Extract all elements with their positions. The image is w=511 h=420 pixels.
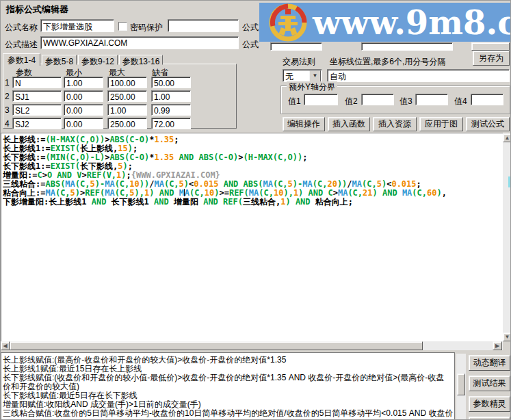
- param-cell-input[interactable]: 1.00: [107, 104, 147, 116]
- code-token: (H-MAX(C,O)): [243, 153, 302, 162]
- code-token: 下影增量阳:长上影线1: [3, 198, 86, 207]
- translation-line: 长上影线赋值:(最高价-收盘价和开盘价的较大值)>收盘价-开盘价的绝对值*1.3…: [3, 356, 454, 365]
- y-axis-legend: 额外Y轴分界: [287, 81, 337, 93]
- param-cell-input[interactable]: SL2: [12, 104, 62, 116]
- action-button-1[interactable]: 插入函数: [328, 117, 370, 131]
- tab-参数13-16[interactable]: 参数13-16: [119, 55, 163, 65]
- clipped-label-row1: 公式: [242, 22, 259, 34]
- code-token: MA: [352, 180, 362, 189]
- formula-desc-input[interactable]: WWW.GPXIAZAI.COM: [40, 36, 239, 49]
- code-token: EXIST(: [51, 162, 80, 171]
- translation-vscrollbar[interactable]: [456, 354, 466, 419]
- code-token: 5: [129, 189, 134, 198]
- code-token: MA: [402, 189, 412, 198]
- param-cell-input[interactable]: 72.00: [151, 118, 191, 129]
- formula-name-input[interactable]: 下影增量选股: [40, 19, 114, 32]
- editor-vscrollbar[interactable]: ▲ ▼: [503, 133, 511, 341]
- code-token: 10: [205, 189, 214, 198]
- code-token: (C,: [115, 189, 130, 198]
- password-checkbox[interactable]: [118, 22, 127, 31]
- translation-line: 三线粘合赋值:收盘价的5日简单移动平均-收盘价的10日简单移动平均的绝对值/收盘…: [3, 409, 454, 418]
- code-token: >: [42, 171, 47, 180]
- code-token: )): [140, 180, 149, 189]
- coord-line-input[interactable]: 自动: [327, 69, 510, 82]
- tab-参数5-8[interactable]: 参数5-8: [42, 55, 77, 65]
- formula-name-label: 公式名称: [5, 22, 38, 34]
- action-button-3[interactable]: 应用于图: [419, 117, 463, 131]
- code-token: )-: [95, 180, 105, 189]
- code-token: 10: [274, 189, 283, 198]
- code-token: 10: [129, 180, 139, 189]
- 9m8-logo-icon: [269, 3, 307, 42]
- code-token: 三线粘合:=: [3, 180, 45, 189]
- side-button-0[interactable]: 动态翻译: [469, 355, 510, 371]
- editor-hscrollbar[interactable]: ◀ ▶: [1, 341, 503, 350]
- param-cell-input[interactable]: SJ1: [12, 90, 62, 102]
- action-button-4[interactable]: 测试公式: [466, 117, 510, 131]
- save-as-button[interactable]: 另存为: [473, 51, 510, 66]
- formula-code-editor[interactable]: 长上影线:=(H-MAX(C,O))>ABS(C-O)*1.35;长上影线1:=…: [1, 133, 503, 341]
- hidden-field-fragment-1[interactable]: [270, 42, 322, 51]
- formula-editor-window: 指标公式编辑器 公式名称 下影增量选股 密码保护 公式 公式描述 WWW.GPX…: [0, 0, 511, 420]
- param-cell-input[interactable]: 1.00: [151, 90, 191, 102]
- param-cell-input[interactable]: 1.00: [64, 77, 103, 88]
- code-token: AND: [218, 180, 243, 189]
- scroll-up-icon[interactable]: ▲: [503, 133, 511, 142]
- trade-rule-value: 无: [285, 72, 293, 81]
- hscroll-thumb[interactable]: [10, 341, 423, 350]
- code-token: (C,: [55, 189, 70, 198]
- code-token: AND: [86, 198, 111, 207]
- code-token: 1.35: [154, 135, 174, 144]
- param-cell-input[interactable]: SJ2: [12, 118, 62, 129]
- scroll-left-icon[interactable]: ◀: [1, 341, 10, 350]
- code-token: ABS(: [244, 180, 263, 189]
- param-cell-input[interactable]: 0.00: [64, 118, 103, 129]
- action-button-2[interactable]: 插入资源: [373, 117, 417, 131]
- hidden-button-fragment[interactable]: [471, 42, 510, 51]
- code-lines: 长上影线:=(H-MAX(C,O))>ABS(C-O)*1.35;长上影线1:=…: [1, 133, 503, 207]
- trade-rule-dropdown[interactable]: 无 ▼: [283, 69, 322, 82]
- password-label: 密码保护: [130, 22, 163, 34]
- param-row-number: 3: [5, 105, 10, 115]
- code-token: ): [121, 171, 126, 180]
- side-button-3[interactable]: 用法注释: [469, 417, 510, 420]
- code-token: ABS(: [45, 180, 65, 189]
- action-button-0[interactable]: 编辑操作: [283, 117, 325, 131]
- y-axis-value-input[interactable]: [361, 94, 394, 105]
- param-cell-input[interactable]: 0.99: [151, 104, 191, 116]
- y-axis-value-input[interactable]: [304, 94, 338, 105]
- translation-line: 长下影线1赋值:最近5日存在长下影线: [3, 391, 454, 400]
- y-axis-value-input[interactable]: [415, 94, 448, 105]
- code-line: 粘合向上:=MA(C,5)>REF(MA(C,5),1) AND MA(C,10…: [3, 189, 503, 198]
- tab-参数1-4[interactable]: 参数1-4: [3, 53, 40, 66]
- param-cell-input[interactable]: N: [12, 77, 62, 88]
- side-button-1[interactable]: 测试结果: [469, 376, 510, 391]
- param-cell-input[interactable]: 0.00: [64, 104, 103, 116]
- hidden-field-fragment-2[interactable]: [361, 42, 453, 51]
- code-token: >: [333, 189, 338, 198]
- param-cell-input[interactable]: 250.00: [107, 90, 147, 102]
- code-token: ): [373, 189, 378, 198]
- code-token: ;: [127, 171, 131, 180]
- code-token: MA: [105, 180, 114, 189]
- param-cell-input[interactable]: 0.00: [64, 90, 103, 102]
- translation-scroll-thumb[interactable]: [457, 373, 465, 395]
- y-axis-value-input[interactable]: [471, 94, 503, 105]
- password-input[interactable]: [168, 19, 239, 32]
- watermark-text: www.9m8.cn: [313, 3, 511, 42]
- code-token: ): [184, 180, 189, 189]
- code-token: REF(: [223, 198, 243, 207]
- scroll-right-icon[interactable]: ▶: [493, 341, 502, 350]
- param-cell-input[interactable]: 250.00: [107, 118, 147, 129]
- param-cell-input[interactable]: 50.00: [151, 77, 191, 88]
- code-token: )): [337, 180, 347, 189]
- code-token: 三线粘合,: [243, 198, 280, 207]
- dropdown-arrow-icon[interactable]: ▼: [309, 70, 321, 82]
- tab-参数9-12[interactable]: 参数9-12: [78, 55, 118, 65]
- code-token: ): [123, 162, 128, 171]
- scroll-down-icon[interactable]: ▼: [503, 332, 511, 341]
- scroll-marker: [508, 176, 511, 187]
- param-cell-input[interactable]: 100.00: [107, 77, 147, 88]
- code-line: 下影增量阳:长上影线1 AND 长下影线1 AND 增量阳 AND REF(三线…: [3, 198, 503, 207]
- side-button-2[interactable]: 参数精灵: [469, 396, 510, 412]
